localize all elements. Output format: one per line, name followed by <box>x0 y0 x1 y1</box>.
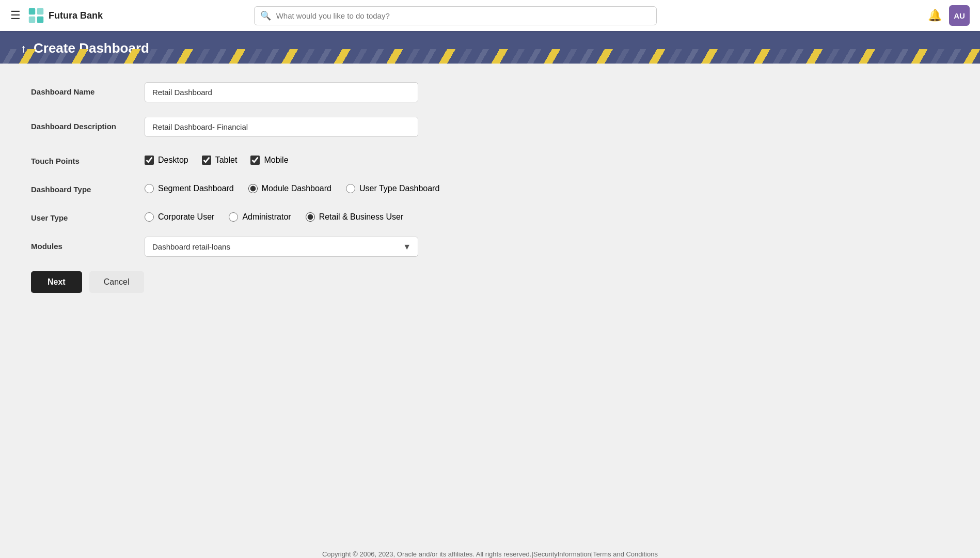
search-input[interactable] <box>254 6 657 25</box>
dashboard-name-input[interactable] <box>145 82 418 102</box>
modules-select-wrapper: Dashboard retail-loans Dashboard corpora… <box>145 237 418 257</box>
dashboard-description-label: Dashboard Description <box>31 117 145 131</box>
segment-radio[interactable] <box>145 184 154 193</box>
user-type-control: Corporate User Administrator Retail & Bu… <box>145 208 527 222</box>
banner-pattern <box>0 49 980 64</box>
next-button[interactable]: Next <box>31 271 82 293</box>
hamburger-menu-icon[interactable]: ☰ <box>10 9 21 22</box>
touch-point-desktop[interactable]: Desktop <box>145 156 188 165</box>
tablet-label: Tablet <box>215 156 238 165</box>
mobile-checkbox[interactable] <box>250 156 260 165</box>
app-header: ☰ Futura Bank 🔍 🔔 AU <box>0 0 980 31</box>
modules-label: Modules <box>31 237 145 251</box>
main-content: Dashboard Name Dashboard Description Tou… <box>0 64 980 539</box>
retail-label: Retail & Business User <box>319 212 404 222</box>
touch-points-row: Touch Points Desktop Tablet Mobile <box>31 151 527 165</box>
search-icon: 🔍 <box>260 10 271 21</box>
corporate-radio[interactable] <box>145 212 154 222</box>
module-radio[interactable] <box>248 184 258 193</box>
dashboard-description-input[interactable] <box>145 117 418 137</box>
type-usertype[interactable]: User Type Dashboard <box>346 184 439 193</box>
module-label: Module Dashboard <box>262 184 331 193</box>
desktop-label: Desktop <box>158 156 188 165</box>
corporate-label: Corporate User <box>158 212 214 222</box>
user-type-label: User Type <box>31 208 145 222</box>
admin-label: Administrator <box>242 212 291 222</box>
retail-radio[interactable] <box>306 212 315 222</box>
dashboard-description-row: Dashboard Description <box>31 117 527 137</box>
svg-rect-1 <box>37 8 43 14</box>
logo-text: Futura Bank <box>49 10 103 21</box>
page-banner: ↑ Create Dashboard <box>0 31 980 64</box>
mobile-label: Mobile <box>264 156 288 165</box>
svg-rect-2 <box>29 17 35 23</box>
search-bar: 🔍 <box>254 6 657 25</box>
logo[interactable]: Futura Bank <box>28 7 103 24</box>
dashboard-type-control: Segment Dashboard Module Dashboard User … <box>145 180 527 193</box>
type-segment[interactable]: Segment Dashboard <box>145 184 234 193</box>
create-dashboard-form: Dashboard Name Dashboard Description Tou… <box>31 82 527 293</box>
svg-rect-0 <box>29 8 35 14</box>
usertype-radio[interactable] <box>346 184 355 193</box>
segment-label: Segment Dashboard <box>158 184 234 193</box>
logo-icon <box>28 7 44 24</box>
usertype-label: User Type Dashboard <box>359 184 439 193</box>
terms-link[interactable]: Terms and Conditions <box>593 550 658 558</box>
desktop-checkbox[interactable] <box>145 156 154 165</box>
dashboard-description-control <box>145 117 527 137</box>
avatar[interactable]: AU <box>949 5 970 26</box>
user-type-row: User Type Corporate User Administrator R… <box>31 208 527 222</box>
touch-points-label: Touch Points <box>31 151 145 165</box>
dashboard-type-row: Dashboard Type Segment Dashboard Module … <box>31 180 527 194</box>
type-module[interactable]: Module Dashboard <box>248 184 331 193</box>
touch-point-tablet[interactable]: Tablet <box>202 156 238 165</box>
touch-points-control: Desktop Tablet Mobile <box>145 151 527 165</box>
tablet-checkbox[interactable] <box>202 156 211 165</box>
modules-row: Modules Dashboard retail-loans Dashboard… <box>31 237 527 257</box>
dashboard-name-control <box>145 82 527 102</box>
form-buttons: Next Cancel <box>31 271 527 293</box>
modules-control: Dashboard retail-loans Dashboard corpora… <box>145 237 527 257</box>
admin-radio[interactable] <box>229 212 238 222</box>
footer: Copyright © 2006, 2023, Oracle and/or it… <box>0 539 980 558</box>
dashboard-name-row: Dashboard Name <box>31 82 527 102</box>
dashboard-type-label: Dashboard Type <box>31 180 145 194</box>
user-retail[interactable]: Retail & Business User <box>306 212 404 222</box>
svg-rect-3 <box>37 17 43 23</box>
cancel-button[interactable]: Cancel <box>89 271 144 293</box>
footer-text: Copyright © 2006, 2023, Oracle and/or it… <box>322 550 658 558</box>
touch-point-mobile[interactable]: Mobile <box>250 156 288 165</box>
header-actions: 🔔 AU <box>928 5 970 26</box>
dashboard-name-label: Dashboard Name <box>31 82 145 96</box>
user-admin[interactable]: Administrator <box>229 212 291 222</box>
notification-bell-icon[interactable]: 🔔 <box>928 9 942 22</box>
user-corporate[interactable]: Corporate User <box>145 212 214 222</box>
modules-select[interactable]: Dashboard retail-loans Dashboard corpora… <box>145 237 418 257</box>
security-info-link[interactable]: SecurityInformation <box>533 550 591 558</box>
